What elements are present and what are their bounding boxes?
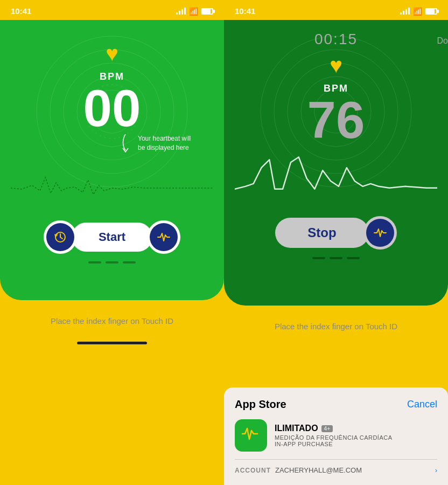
status-icons-right: 📶: [400, 7, 437, 16]
pulse-button-right[interactable]: [363, 216, 397, 250]
pulse-icon-left: [157, 230, 171, 244]
touch-hint-right: Place the index finger on Touch ID: [224, 316, 448, 336]
appstore-item: ILIMITADO 4+ MEDIÇÃO DA FREQUÊNCIA CARDÍ…: [235, 419, 437, 460]
app-info: ILIMITADO 4+ MEDIÇÃO DA FREQUÊNCIA CARDÍ…: [275, 424, 437, 447]
app-name: ILIMITADO: [275, 424, 318, 433]
right-phone: 10:41 📶 00:15 Do ♥: [224, 0, 448, 485]
battery-icon-right: [425, 8, 437, 15]
signal-icon-left: [176, 8, 186, 15]
status-bar-right: 10:41 📶: [224, 0, 448, 20]
appstore-title: App Store: [235, 398, 286, 411]
bpm-value-left: 00: [83, 82, 141, 134]
time-left: 10:41: [11, 6, 31, 16]
app-name-row: ILIMITADO 4+: [275, 424, 437, 433]
left-phone: 10:41 📶 ♥ BPM: [0, 0, 224, 485]
heart-icon-left: ♥: [106, 41, 118, 66]
heart-icon-right: ♥: [330, 53, 342, 78]
main-card-left: ♥ BPM 00 Your heartbeat will be displaye…: [0, 20, 224, 300]
app-badge: 4+: [321, 425, 333, 432]
app-icon: [235, 419, 267, 452]
signal-icon-right: [400, 8, 410, 15]
app-subtitle: MEDIÇÃO DA FREQUÊNCIA CARDÍACA: [275, 434, 437, 441]
wifi-icon-right: 📶: [413, 7, 422, 16]
app-icon-symbol: [241, 424, 261, 447]
time-right: 10:41: [235, 6, 255, 16]
wifi-icon-left: 📶: [189, 7, 198, 16]
arrow-hint-icon: [117, 134, 134, 156]
touch-hint-left: Place the index finger on Touch ID: [0, 311, 224, 331]
waveform-left: [11, 167, 213, 210]
app-purchase: IN-APP PURCHASE: [275, 441, 437, 447]
account-arrow-icon[interactable]: ›: [435, 467, 437, 474]
timer-display: 00:15: [314, 31, 358, 48]
stop-button[interactable]: Stop: [275, 218, 368, 248]
home-indicator-left: [77, 342, 147, 344]
pulse-button-left[interactable]: [147, 220, 180, 254]
battery-icon-left: [201, 8, 213, 15]
account-value: ZACHERYHALL@ME.COM: [275, 466, 362, 474]
account-row: ACCOUNT ZACHERYHALL@ME.COM ›: [235, 466, 437, 474]
start-button[interactable]: Start: [72, 223, 152, 252]
account-label: ACCOUNT: [235, 467, 271, 474]
appstore-header: App Store Cancel: [235, 398, 437, 411]
history-icon: [53, 230, 67, 244]
waveform-right: [235, 151, 437, 205]
status-bar-left: 10:41 📶: [0, 0, 224, 20]
status-icons-left: 📶: [176, 7, 213, 16]
pulse-icon-right: [373, 226, 387, 240]
bpm-value-right: 76: [307, 94, 365, 146]
bottom-controls-left: Start: [44, 220, 180, 254]
main-card-right: 00:15 Do ♥ BPM 76 Stop: [224, 20, 448, 306]
appstore-sheet: App Store Cancel ILIMITADO 4+ MEDIÇÃO DA…: [224, 387, 448, 485]
stop-controls: Stop: [275, 216, 396, 250]
heartbeat-hint: Your heartbeat will be displayed here: [138, 134, 197, 153]
history-button[interactable]: [44, 220, 77, 254]
page-dots-right: [312, 257, 360, 259]
appstore-cancel-button[interactable]: Cancel: [407, 399, 437, 410]
do-label: Do: [437, 36, 448, 46]
page-dots-left: [88, 261, 136, 264]
